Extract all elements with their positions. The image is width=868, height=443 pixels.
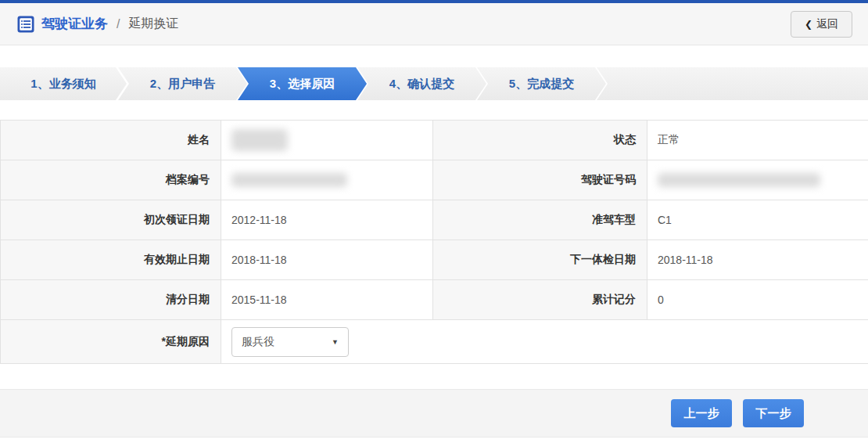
field-label-valid-until: 有效期止日期: [1, 240, 221, 280]
back-button[interactable]: ❮ 返回: [791, 11, 852, 38]
breadcrumb: 驾驶证业务 / 延期换证: [17, 15, 178, 33]
table-row: 档案编号 驾驶证号码: [1, 160, 868, 200]
breadcrumb-separator: /: [117, 17, 120, 31]
footer-action-bar: 上一步 下一步: [0, 389, 868, 438]
redacted-value: [231, 173, 347, 187]
step-tab-4[interactable]: 4、确认提交: [357, 67, 486, 100]
back-button-label: 返回: [816, 17, 838, 31]
step-tab-3-active[interactable]: 3、选择原因: [238, 67, 367, 100]
page-subtitle: 延期换证: [128, 16, 178, 32]
step-tab-5[interactable]: 5、完成提交: [477, 67, 606, 100]
list-icon: [17, 16, 34, 33]
chevron-down-icon: ▼: [332, 338, 339, 346]
step-progress-bar: 1、业务须知 2、用户申告 3、选择原因 4、确认提交 5、完成提交: [0, 67, 868, 100]
page-title: 驾驶证业务: [41, 15, 108, 33]
field-value-points-clear-date: 2015-11-18: [221, 280, 433, 320]
redacted-value: [658, 173, 820, 187]
next-step-button[interactable]: 下一步: [743, 399, 804, 427]
field-label-accumulated-points: 累计记分: [433, 280, 647, 320]
field-value-file-number: [221, 160, 433, 200]
field-value-accumulated-points: 0: [647, 280, 868, 320]
field-label-extension-reason: *延期原因: [1, 320, 221, 364]
field-label-points-clear-date: 清分日期: [1, 280, 221, 320]
previous-step-button[interactable]: 上一步: [671, 399, 732, 427]
field-label-license-number: 驾驶证号码: [433, 160, 647, 200]
field-value-status: 正常: [647, 121, 868, 160]
field-value-valid-until: 2018-11-18: [221, 240, 433, 280]
redacted-value: [231, 129, 288, 151]
field-value-first-issue-date: 2012-11-18: [221, 200, 433, 240]
table-row: 初次领证日期 2012-11-18 准驾车型 C1: [1, 200, 868, 240]
field-value-vehicle-class: C1: [647, 200, 868, 240]
field-value-license-number: [647, 160, 868, 200]
field-label-file-number: 档案编号: [1, 160, 221, 200]
chevron-left-icon: ❮: [805, 19, 812, 30]
page-header: 驾驶证业务 / 延期换证 ❮ 返回: [0, 3, 868, 45]
table-row-reason: *延期原因 服兵役 ▼: [1, 320, 868, 364]
field-label-next-physical-date: 下一体检日期: [433, 240, 647, 280]
field-label-name: 姓名: [1, 121, 221, 160]
field-value-name: [221, 121, 433, 160]
step-tab-1[interactable]: 1、业务须知: [0, 67, 127, 100]
extension-reason-select[interactable]: 服兵役 ▼: [231, 327, 349, 357]
table-row: 有效期止日期 2018-11-18 下一体检日期 2018-11-18: [1, 240, 868, 280]
field-label-first-issue-date: 初次领证日期: [1, 200, 221, 240]
field-label-vehicle-class: 准驾车型: [433, 200, 647, 240]
field-value-next-physical-date: 2018-11-18: [647, 240, 868, 280]
step-tab-2[interactable]: 2、用户申告: [118, 67, 247, 100]
selected-option-label: 服兵役: [242, 335, 274, 349]
field-value-extension-reason: 服兵役 ▼: [221, 320, 868, 364]
table-row: 姓名 状态 正常: [1, 121, 868, 160]
field-label-status: 状态: [433, 121, 647, 160]
step-bar-filler: [597, 67, 868, 100]
license-info-table: 姓名 状态 正常 档案编号 驾驶证号码 初次领证日期 2012-11-18 准驾…: [0, 120, 868, 364]
table-row: 清分日期 2015-11-18 累计记分 0: [1, 280, 868, 320]
